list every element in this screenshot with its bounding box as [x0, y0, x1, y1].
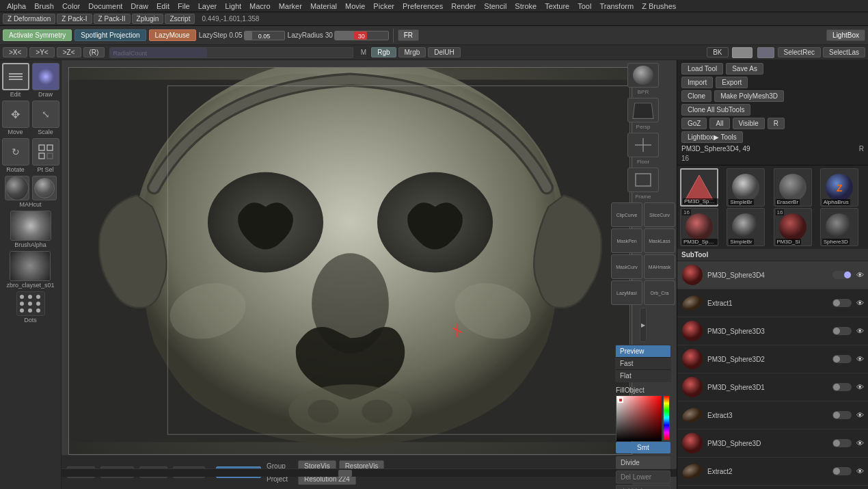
mahcut-tool-btn[interactable]: [5, 176, 29, 200]
import-btn[interactable]: Import: [681, 77, 713, 88]
menu-preferences[interactable]: Preferences: [398, 2, 447, 10]
zbro-btn[interactable]: [10, 251, 51, 281]
all-btn[interactable]: All: [709, 118, 729, 129]
edit-tool-btn[interactable]: [2, 63, 29, 90]
menu-material[interactable]: Material: [306, 2, 341, 10]
z-pack1-btn[interactable]: Z Pack-I: [57, 14, 92, 24]
del-lower-btn[interactable]: Del Lower: [616, 471, 670, 484]
scroll-thumb[interactable]: [338, 470, 352, 477]
scroll-track[interactable]: [62, 468, 677, 477]
floor-btn[interactable]: [627, 133, 659, 157]
z-pack2-btn[interactable]: Z Pack-II: [94, 14, 131, 24]
color-picker[interactable]: [616, 395, 661, 440]
menu-marker[interactable]: Marker: [275, 2, 306, 10]
save-as-btn[interactable]: Save As: [726, 63, 763, 75]
subtool-eye-4[interactable]: 👁: [854, 382, 865, 393]
del-higher-btn[interactable]: del higher: [616, 485, 670, 489]
lightbox-tools-btn[interactable]: Lightbox▶ Tools: [681, 131, 743, 143]
make-polymesh-btn[interactable]: Make PolyMesh3D: [714, 90, 784, 102]
dots-btn[interactable]: [16, 291, 45, 316]
brushalpha-btn[interactable]: [10, 211, 51, 241]
scale-tool-btn[interactable]: ⤡: [32, 101, 59, 128]
mech-tool-btn[interactable]: [32, 176, 57, 200]
mrgb-btn[interactable]: Mrgb: [398, 47, 426, 57]
x-axis-btn[interactable]: >X<: [3, 47, 27, 57]
subtool-eye-7[interactable]: 👁: [854, 466, 865, 477]
preview-btn[interactable]: Preview: [616, 345, 670, 358]
brush-item-7[interactable]: Sphere3D: [820, 208, 858, 246]
y-axis-btn[interactable]: >Y<: [29, 47, 54, 57]
menu-stroke[interactable]: Stroke: [511, 2, 541, 10]
bk-btn[interactable]: BK: [707, 47, 728, 57]
subtool-item-5[interactable]: Extract3 👁: [677, 401, 868, 429]
smt-btn[interactable]: Smt: [616, 442, 670, 453]
brush-item-5[interactable]: SimpleBr: [727, 208, 765, 246]
frame-btn[interactable]: [627, 168, 659, 192]
color-swatch-1[interactable]: [732, 47, 752, 58]
z-axis-btn[interactable]: >Z<: [57, 47, 81, 57]
menu-light[interactable]: Light: [221, 2, 245, 10]
lazymask-btn[interactable]: LazyMasI: [611, 280, 642, 305]
menu-edit[interactable]: Edit: [152, 2, 174, 10]
z-deformation-btn[interactable]: Z Deformation: [3, 14, 55, 24]
subtool-toggle-4[interactable]: [832, 383, 852, 391]
subtool-eye-1[interactable]: 👁: [854, 298, 865, 308]
subtool-item-7[interactable]: Extract2 👁: [677, 458, 868, 486]
menu-brush[interactable]: Brush: [30, 2, 58, 10]
subtool-toggle-7[interactable]: [832, 467, 852, 475]
flat-btn[interactable]: Flat: [616, 370, 670, 382]
rotate-tool-btn[interactable]: ↻: [2, 138, 29, 166]
menu-alpha[interactable]: Alpha: [3, 2, 30, 10]
subtool-item-2[interactable]: PM3D_Sphere3D3 👁: [677, 317, 868, 345]
export-btn[interactable]: Export: [716, 77, 748, 88]
menu-color[interactable]: Color: [58, 2, 84, 10]
maskpen-btn[interactable]: MaskPen: [611, 228, 642, 253]
subtool-toggle-0[interactable]: [832, 271, 852, 279]
subtool-item-4[interactable]: PM3D_Sphere3D1 👁: [677, 373, 868, 401]
brush-item-4[interactable]: 16 PM3D_Sphere3D4: [680, 208, 718, 246]
menu-zbrushes[interactable]: Z Brushes: [638, 2, 680, 10]
clipcurve-btn[interactable]: ClipCurve: [611, 202, 642, 227]
brush-item-2[interactable]: EraserBr: [774, 168, 812, 207]
brush-item-0[interactable]: PM3D_Sphere3D4: [680, 168, 718, 207]
subtool-eye-2[interactable]: 👁: [854, 326, 865, 336]
r-axis-btn[interactable]: (R): [83, 47, 105, 57]
brush-item-3[interactable]: Z AlphaBrus: [820, 168, 858, 207]
subtool-eye-5[interactable]: 👁: [854, 410, 865, 421]
lazymouse-btn[interactable]: LazyMouse: [149, 29, 196, 41]
subtool-toggle-1[interactable]: [832, 299, 852, 307]
draw-tool-btn[interactable]: [32, 63, 59, 90]
menu-layer[interactable]: Layer: [194, 2, 221, 10]
fast-btn[interactable]: Fast: [616, 358, 670, 370]
goz-btn[interactable]: GoZ: [681, 118, 707, 129]
ptsel-tool-btn[interactable]: [32, 138, 59, 166]
menu-tool[interactable]: Tool: [573, 2, 595, 10]
subtool-item-3[interactable]: PM3D_Sphere3D2 👁: [677, 345, 868, 373]
subtool-toggle-3[interactable]: [832, 355, 852, 363]
masklasso-btn[interactable]: MaskLass: [644, 228, 675, 253]
menu-macro[interactable]: Macro: [245, 2, 275, 10]
divide-btn[interactable]: Divide: [616, 456, 670, 469]
mahmask-btn[interactable]: MAHmask: [644, 254, 675, 279]
subtool-eye-6[interactable]: 👁: [854, 438, 865, 449]
menu-transform[interactable]: Transform: [595, 2, 638, 10]
move-tool-btn[interactable]: ✥: [2, 101, 29, 128]
bpr-btn[interactable]: [627, 63, 659, 88]
lazystep-slider[interactable]: 0.05: [244, 31, 285, 40]
selectlas-btn[interactable]: SelectLas: [823, 47, 865, 57]
subtool-panel[interactable]: PM3D_Sphere3D4 👁 Extract1 👁 PM3D_Sphere3…: [677, 261, 868, 489]
brush-item-1[interactable]: SimpleBr: [727, 168, 765, 207]
menu-texture[interactable]: Texture: [541, 2, 573, 10]
zplugin-btn[interactable]: Zplugin: [132, 14, 164, 24]
menu-document[interactable]: Document: [84, 2, 126, 10]
selectrec-btn[interactable]: SelectRec: [778, 47, 822, 57]
r-btn[interactable]: R: [768, 118, 785, 129]
lightbox-top-btn[interactable]: LightBox: [826, 29, 865, 41]
menu-draw[interactable]: Draw: [126, 2, 152, 10]
subtool-eye-3[interactable]: 👁: [854, 354, 865, 365]
clone-all-btn[interactable]: Clone All SubTools: [681, 104, 750, 116]
zscript-btn[interactable]: Zscript: [165, 14, 195, 24]
subtool-eye-0[interactable]: 👁: [854, 269, 865, 280]
brush-item-6[interactable]: 16 PM3D_Si: [774, 208, 812, 246]
clone-btn[interactable]: Clone: [681, 90, 711, 102]
